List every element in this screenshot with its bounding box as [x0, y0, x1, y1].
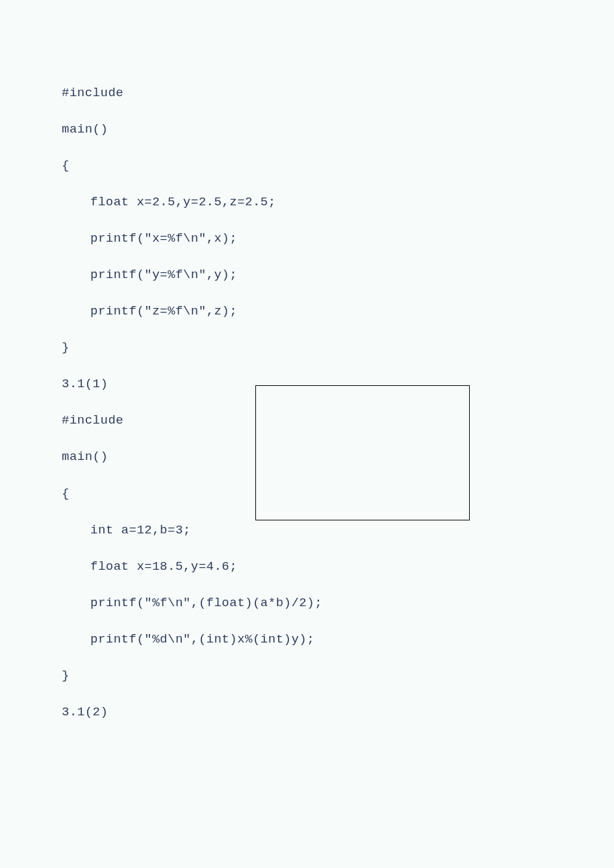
code-line: { — [62, 147, 552, 184]
code-line: float x=18.5,y=4.6; — [62, 548, 552, 585]
section-label: 3.1(2) — [62, 694, 552, 730]
code-line: float x=2.5,y=2.5,z=2.5; — [62, 184, 552, 220]
code-line: printf("x=%f\n",x); — [62, 220, 552, 257]
code-line: } — [62, 329, 552, 366]
document-content: #include main() { float x=2.5,y=2.5,z=2.… — [0, 0, 614, 756]
code-line: #include — [62, 75, 552, 111]
code-line: printf("%f\n",(float)(a*b)/2); — [62, 585, 552, 621]
code-line: } — [62, 657, 552, 694]
code-line: printf("%d\n",(int)x%(int)y); — [62, 621, 552, 657]
code-line: printf("y=%f\n",y); — [62, 257, 552, 293]
code-line: printf("z=%f\n",z); — [62, 293, 552, 329]
code-line: main() — [62, 111, 552, 147]
empty-box — [255, 385, 470, 520]
